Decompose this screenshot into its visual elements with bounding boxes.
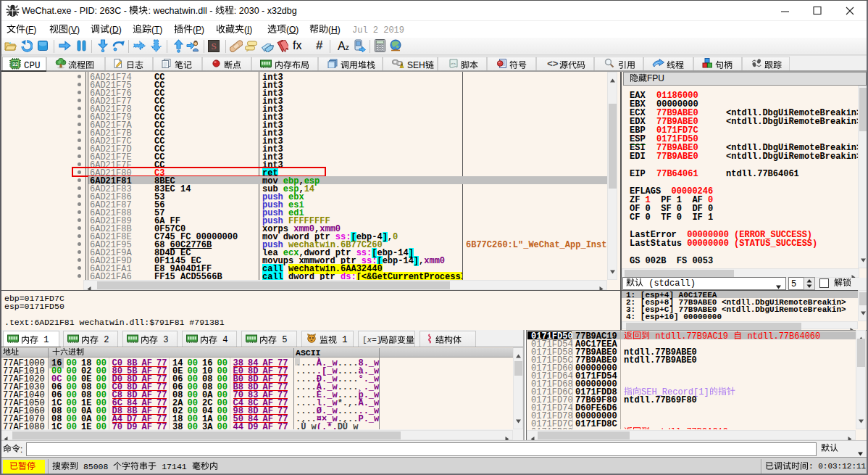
svg-text:S: S	[211, 41, 216, 51]
svg-text:!: !	[401, 63, 403, 68]
svg-text:<>: <>	[451, 62, 456, 67]
svg-text:32: 32	[12, 62, 18, 67]
